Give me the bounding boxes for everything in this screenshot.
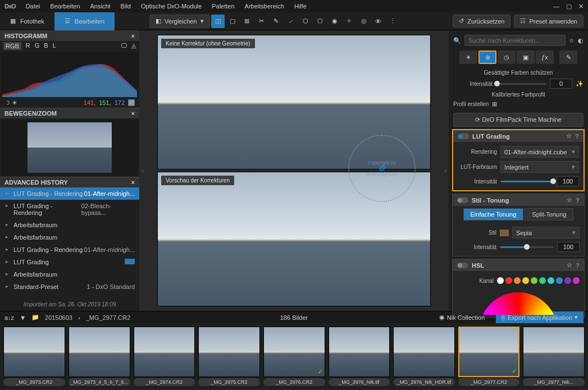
intensity-slider[interactable] <box>496 83 546 85</box>
maximize-icon[interactable]: ▢ <box>566 3 572 10</box>
lut-space-dropdown[interactable]: Integriert <box>500 161 579 173</box>
film-item[interactable]: _MG_2975.CR2 <box>198 327 260 386</box>
compare-button[interactable]: ◧ Vergleichen ▾ <box>149 15 210 28</box>
eyedropper-icon[interactable]: ✎ <box>270 15 283 28</box>
film-item[interactable]: _MG_2973.CR2 <box>3 327 65 386</box>
reset-button[interactable]: ↺ Zurücksetzen <box>453 15 510 27</box>
close-icon[interactable]: × <box>131 110 135 117</box>
minimize-icon[interactable]: — <box>553 3 559 10</box>
eye-icon[interactable]: 👁 <box>372 15 385 28</box>
single-view-icon[interactable]: ▢ <box>226 15 239 28</box>
menu-image[interactable]: Bild <box>121 3 131 10</box>
help-icon[interactable]: ? <box>575 133 579 140</box>
film-item[interactable]: _MG_2976_Nik.tif <box>329 327 390 386</box>
lut-header[interactable]: LUT Grading ☆ ? <box>453 130 584 142</box>
channel-dot[interactable] <box>497 277 504 284</box>
redeye-icon[interactable]: ◎ <box>357 15 371 28</box>
film-item[interactable]: ✓_MG_2976.CR2 <box>263 327 325 386</box>
star-icon[interactable]: ☆ <box>569 37 575 44</box>
channel-r[interactable]: R <box>26 42 30 50</box>
more-icon[interactable]: ⋮ <box>386 15 400 28</box>
channel-dot[interactable] <box>564 277 571 284</box>
close-icon[interactable]: ✕ <box>578 3 584 10</box>
film-item[interactable]: _MG_2976_Nik_HDR.tif <box>393 327 455 386</box>
channel-dot[interactable] <box>522 277 529 284</box>
monitor-icon[interactable]: 🖵 <box>121 42 127 50</box>
menu-help[interactable]: Hilfe <box>294 3 307 10</box>
film-item[interactable]: _MG_2973_4_5_6_7_8... <box>69 327 130 386</box>
history-item[interactable]: LUT Grading - Rendering01-After-midnigh.… <box>0 244 139 256</box>
preset-button[interactable]: ☷ Preset anwenden <box>514 15 584 27</box>
history-item[interactable]: Arbeitsfarbraum <box>0 231 139 244</box>
channel-b[interactable]: B <box>44 42 48 50</box>
channel-l[interactable]: L <box>53 42 56 50</box>
warning-icon[interactable]: ◬ <box>131 42 136 50</box>
tab-local-icon[interactable]: ✎ <box>559 51 577 64</box>
close-icon[interactable]: × <box>131 33 135 39</box>
search-input[interactable] <box>464 35 566 46</box>
lut-intensity-slider[interactable] <box>500 181 553 182</box>
film-item[interactable]: _MG_2977_Nik... <box>523 327 585 386</box>
style-intensity-input[interactable] <box>557 242 580 252</box>
image-after[interactable]: Vorschau der Korrekturen <box>157 172 431 306</box>
tab-detail-icon[interactable]: ◷ <box>498 51 516 64</box>
history-item[interactable]: Arbeitsfarbraum <box>0 268 139 281</box>
tab-effects-icon[interactable]: ƒx <box>536 51 554 64</box>
history-item[interactable]: LUT Grading <box>0 256 139 268</box>
zoom-preview[interactable] <box>1 120 138 176</box>
tab-light-icon[interactable]: ☀ <box>459 51 477 64</box>
style-header[interactable]: Stil - Tonung ☆ ? <box>453 194 584 206</box>
grid-view-icon[interactable]: ⊞ <box>240 15 254 28</box>
help-icon[interactable]: ? <box>576 197 580 204</box>
moon-icon[interactable]: ☽ ☀ <box>4 99 17 107</box>
rendering-dropdown[interactable]: 01-After-midnight.cube <box>500 146 579 158</box>
channel-dot[interactable] <box>505 277 512 284</box>
style-toggle[interactable] <box>457 198 468 203</box>
tab-fotothek[interactable]: ▦ Fotothek <box>0 12 54 30</box>
simple-toning-button[interactable]: Einfache Tonung <box>463 208 524 221</box>
horizon-icon[interactable]: ⟋ <box>284 15 298 28</box>
menu-palettes[interactable]: Paletten <box>212 3 234 10</box>
lut-toggle[interactable] <box>458 134 469 139</box>
channel-rgb[interactable]: RGB <box>3 42 21 50</box>
channel-dot[interactable] <box>531 277 537 284</box>
color-wheel[interactable] <box>457 292 580 315</box>
star-icon[interactable]: ☆ <box>567 261 572 269</box>
menu-file[interactable]: Datei <box>26 3 40 10</box>
mask-icon[interactable]: ◉ <box>328 15 341 28</box>
sort-icon[interactable]: a↓z <box>4 314 14 321</box>
breadcrumb-file[interactable]: _MG_2977.CR2 <box>86 314 131 321</box>
panel-collapse-left[interactable]: ‹ <box>139 30 146 311</box>
star-icon[interactable]: ☆ <box>567 196 572 204</box>
lut-intensity-input[interactable] <box>557 176 579 186</box>
panel-collapse-right[interactable]: › <box>442 30 449 311</box>
film-item[interactable]: _MG_2974.CR2 <box>134 327 195 386</box>
crop-icon[interactable]: ✂ <box>255 15 268 28</box>
stil-dropdown[interactable]: Sepia <box>512 227 580 238</box>
tab-geometry-icon[interactable]: ▣ <box>517 51 535 64</box>
perspective-icon[interactable]: ⬡ <box>299 15 312 28</box>
toggle-icon[interactable]: ◐ <box>578 37 584 44</box>
menu-modules[interactable]: Optische DxO-Module <box>141 3 202 10</box>
star-icon[interactable]: ☆ <box>566 132 572 140</box>
timemachine-button[interactable]: ⟳ DxO FilmPack Time Machine <box>453 113 584 127</box>
menu-view[interactable]: Ansicht <box>90 3 111 10</box>
history-item[interactable]: Standard-Preset1 - DxO Standard <box>0 281 139 293</box>
channel-dot[interactable] <box>556 277 563 284</box>
tab-bearbeiten[interactable]: ☰ Bearbeiten <box>54 12 115 30</box>
history-item[interactable]: Arbeitsfarbraum <box>0 219 139 231</box>
point-icon[interactable]: ⬠ <box>313 15 327 28</box>
profile-icon[interactable]: ⊞ <box>492 100 497 108</box>
breadcrumb-folder[interactable]: 20150603 <box>45 314 72 321</box>
filter-icon[interactable]: ▼ <box>20 314 26 321</box>
style-intensity-slider[interactable] <box>500 246 554 248</box>
split-view-icon[interactable]: ◫ <box>211 15 225 28</box>
tab-color-icon[interactable]: ⊗ <box>478 51 496 64</box>
channel-dot[interactable] <box>548 277 554 284</box>
hsl-header[interactable]: HSL ☆ ? <box>453 259 584 271</box>
history-item[interactable]: LUT Grading - Rendering01-After-midnigh.… <box>0 187 139 200</box>
repair-icon[interactable]: ✧ <box>343 15 356 28</box>
help-icon[interactable]: ? <box>576 262 580 269</box>
channel-dot[interactable] <box>539 277 546 284</box>
image-before[interactable]: Keine Korrektur (ohne Geometrie) <box>157 35 431 169</box>
